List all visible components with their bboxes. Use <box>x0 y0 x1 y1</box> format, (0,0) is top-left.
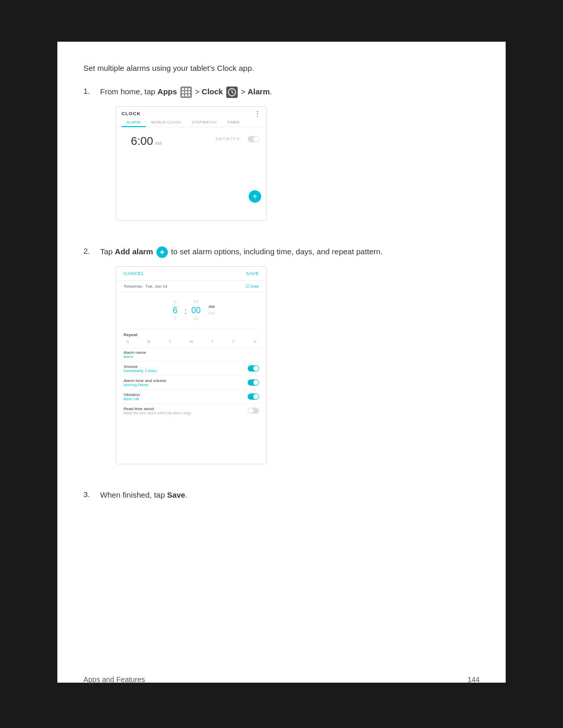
screen2-tone-row: Alarm tone and volume Morning Flower <box>116 375 266 389</box>
screen2-tone-label: Alarm tone and volume <box>124 378 166 383</box>
step-3-content: When finished, tap Save. <box>100 489 480 510</box>
svg-rect-8 <box>188 94 190 96</box>
screen2-ampm-col: AM PM <box>209 304 215 317</box>
step-2-text: Tap Add alarm + to set alarm options, in… <box>100 246 480 258</box>
svg-line-11 <box>232 92 234 93</box>
screen2-tone-left: Alarm tone and volume Morning Flower <box>124 378 166 387</box>
screen2-read-sub: Read the time aloud when the alarm rings <box>124 411 191 415</box>
screen2-alarm-name-label: Alarm name <box>124 350 146 355</box>
svg-rect-5 <box>188 91 190 93</box>
screen2-min-below: 01 <box>193 315 199 322</box>
screen2-vibration-toggle[interactable] <box>248 393 259 400</box>
screen1-ampm: AM <box>155 141 162 146</box>
step-2-number: 2. <box>83 246 100 255</box>
apps-label: Apps <box>157 87 177 96</box>
step-1-number: 1. <box>83 86 100 95</box>
screen2-mockup: CANCEL SAVE Tomorrow - Tue, Jun 13 ☑ Dat… <box>116 266 267 464</box>
screen2-snooze-row: Snooze Immediately, 3 times <box>116 361 266 375</box>
clock-label: Clock <box>202 87 223 96</box>
screen2-alarm-name-left: Alarm name Alarm <box>124 350 146 359</box>
step-1: 1. From home, tap Apps > Clock > Alarm. … <box>83 86 480 231</box>
step-1-text: From home, tap Apps > Clock > Alarm. <box>100 86 480 98</box>
screen2-date-btn[interactable]: ☑ Date <box>246 284 259 289</box>
screen1-time-value: 6:00 <box>131 134 153 148</box>
screen2-tone-sub: Morning Flower <box>124 383 166 387</box>
footer-left: Apps and Features <box>83 675 145 684</box>
screen2-read-toggle[interactable] <box>248 408 259 414</box>
screen1-body: 6:00 AM S M T W T F S + <box>116 127 266 208</box>
screen2-days-row: S M T W T F S <box>124 339 259 344</box>
screen2-repeat-label: Repeat <box>124 332 259 337</box>
screen2-date-text: Tomorrow - Tue, Jun 13 <box>124 284 167 289</box>
step-3-number: 3. <box>83 489 100 499</box>
screen2-vibration-sub: Basic call <box>124 397 140 401</box>
svg-rect-4 <box>185 91 187 93</box>
tab-stopwatch[interactable]: STOPWATCH <box>186 118 222 127</box>
screen2-read-row: Read time aloud Read the time aloud when… <box>116 403 266 417</box>
intro-text: Set multiple alarms using your tablet's … <box>83 63 480 75</box>
step-1-content: From home, tap Apps > Clock > Alarm. CLO… <box>100 86 480 231</box>
step-2: 2. Tap Add alarm + to set alarm options,… <box>83 246 480 475</box>
screen1-title: CLOCK <box>121 111 141 116</box>
screen1-menu-icon: ⋮ <box>254 110 261 117</box>
screen2-repeat: Repeat S M T W T F S <box>116 329 266 347</box>
day-m[interactable]: M <box>145 339 153 344</box>
tab-timer[interactable]: TIMER <box>222 118 245 127</box>
screen2-time-picker: 5 6 7 : 59 00 01 AM PM <box>116 292 266 329</box>
svg-rect-3 <box>182 91 184 93</box>
screen2-colon: : <box>182 307 189 315</box>
screen1-toggle[interactable] <box>248 136 259 142</box>
screen2-snooze-label: Snooze <box>124 364 157 369</box>
screen2-hour-below: 7 <box>174 315 177 322</box>
screen2-pm[interactable]: PM <box>209 311 215 317</box>
footer: Apps and Features 144 <box>57 675 506 684</box>
day-t1[interactable]: T <box>166 339 174 344</box>
svg-rect-7 <box>185 94 187 96</box>
alarm-label: Alarm <box>248 87 270 96</box>
clock-icon <box>226 87 238 98</box>
screen2-date-row: Tomorrow - Tue, Jun 13 ☑ Date <box>116 281 266 292</box>
footer-right: 144 <box>468 675 480 684</box>
step-2-content: Tap Add alarm + to set alarm options, in… <box>100 246 480 475</box>
apps-icon <box>180 87 192 98</box>
screen2-cancel[interactable]: CANCEL <box>124 271 144 276</box>
screen2-hour-col: 5 6 7 <box>168 299 182 322</box>
day-s2[interactable]: S <box>251 339 259 344</box>
screen2-snooze-toggle[interactable] <box>248 365 259 372</box>
screen2-header: CANCEL SAVE <box>116 267 266 281</box>
screen1-header: CLOCK ⋮ <box>116 107 266 118</box>
page-container: Set multiple alarms using your tablet's … <box>57 42 506 683</box>
screen2-snooze-left: Snooze Immediately, 3 times <box>124 364 157 373</box>
day-t2[interactable]: T <box>209 339 217 344</box>
screen2-save[interactable]: SAVE <box>246 271 259 276</box>
screen2-alarm-name-row: Alarm name Alarm <box>116 347 266 361</box>
svg-rect-1 <box>185 88 187 90</box>
svg-rect-6 <box>182 94 184 96</box>
screen1-time-row: 6:00 AM S M T W T F S <box>116 127 266 151</box>
tab-world-clock[interactable]: WORLD CLOCK <box>146 118 187 127</box>
screen2-am[interactable]: AM <box>209 304 215 311</box>
save-label: Save <box>167 490 185 499</box>
day-f[interactable]: F <box>229 339 238 344</box>
screen1-time: 6:00 AM <box>124 128 167 150</box>
screen2-snooze-sub: Immediately, 3 times <box>124 369 157 373</box>
day-s1[interactable]: S <box>124 339 132 344</box>
screen2-min-main[interactable]: 00 <box>191 305 201 315</box>
tab-alarm[interactable]: ALARM <box>121 118 146 127</box>
screen2-read-left: Read time aloud Read the time aloud when… <box>124 406 191 415</box>
screen2-alarm-name-value[interactable]: Alarm <box>124 355 146 359</box>
day-w[interactable]: W <box>187 339 195 344</box>
screen1-tabs: ALARM WORLD CLOCK STOPWATCH TIMER <box>116 118 266 127</box>
screen2-vibration-row: Vibration Basic call <box>116 389 266 403</box>
svg-rect-2 <box>188 88 190 90</box>
screen1-mockup: CLOCK ⋮ ALARM WORLD CLOCK STOPWATCH TIME… <box>116 106 267 221</box>
add-alarm-label: Add alarm <box>115 247 153 256</box>
svg-rect-0 <box>182 88 184 90</box>
screen2-hour-above: 5 <box>174 299 177 305</box>
screen2-hour-main[interactable]: 6 <box>173 305 178 315</box>
screen1-fab[interactable]: + <box>249 190 261 203</box>
screen1-days: S M T W T F S <box>215 137 244 141</box>
screen2-vibration-label: Vibration <box>124 392 140 397</box>
screen2-read-label: Read time aloud <box>124 406 191 411</box>
screen2-tone-toggle[interactable] <box>248 379 259 386</box>
